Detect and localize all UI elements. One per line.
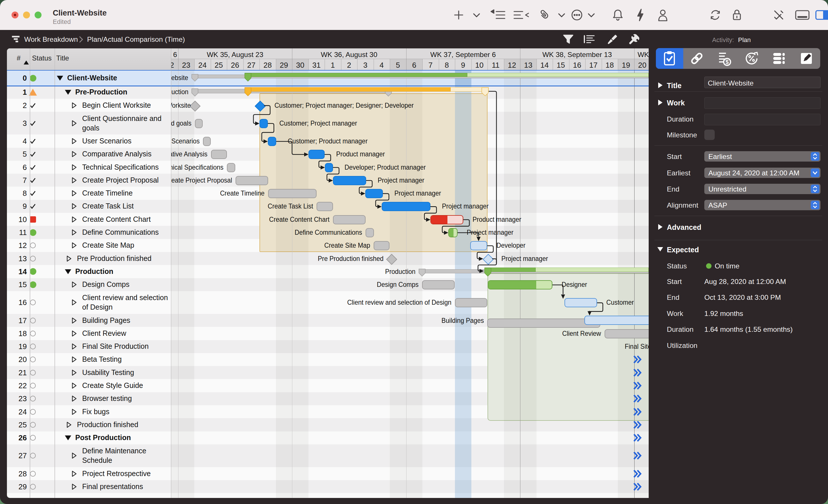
svg-text:$: $ bbox=[726, 59, 729, 65]
